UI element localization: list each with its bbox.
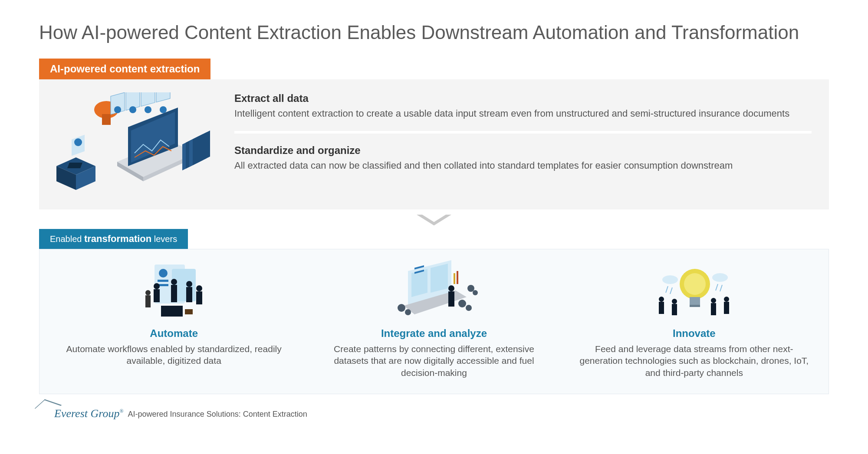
- lever-automate: Automate Automate workflows enabled by s…: [53, 258, 295, 379]
- svg-point-13: [114, 106, 121, 113]
- svg-point-60: [712, 273, 728, 282]
- svg-point-49: [448, 285, 454, 291]
- svg-rect-34: [171, 285, 177, 302]
- svg-rect-38: [196, 291, 202, 304]
- svg-point-51: [398, 304, 405, 312]
- standardize-desc: All extracted data can now be classified…: [234, 159, 812, 172]
- section-extraction: AI-powered content extraction: [39, 59, 829, 209]
- svg-marker-3: [67, 163, 82, 168]
- svg-rect-40: [145, 295, 151, 307]
- extraction-illustration: [52, 92, 217, 196]
- svg-point-39: [145, 290, 151, 295]
- svg-point-15: [145, 106, 151, 113]
- standardize-title: Standardize and organize: [234, 144, 812, 157]
- svg-marker-25: [193, 131, 210, 165]
- svg-rect-70: [659, 302, 664, 314]
- brand-mark: ®: [119, 408, 123, 414]
- svg-point-55: [467, 285, 474, 292]
- extraction-text: Extract all data Intelligent content ext…: [234, 92, 812, 172]
- svg-line-66: [670, 287, 672, 294]
- footer-caption: AI-powered Insurance Solutions: Content …: [128, 410, 307, 420]
- levers-panel: Automate Automate workflows enabled by s…: [39, 249, 829, 394]
- extract-block: Extract all data Intelligent content ext…: [234, 92, 812, 120]
- orange-tag: AI-powered content extraction: [39, 59, 210, 79]
- section-levers: Enabled transformation levers: [39, 229, 829, 394]
- svg-rect-64: [690, 305, 700, 307]
- svg-rect-63: [690, 297, 700, 305]
- svg-point-16: [160, 106, 167, 113]
- svg-marker-44: [411, 269, 427, 297]
- svg-rect-42: [185, 309, 193, 314]
- svg-rect-74: [711, 303, 716, 315]
- divider: [234, 131, 812, 134]
- svg-point-33: [171, 279, 177, 285]
- svg-point-37: [196, 285, 202, 291]
- svg-rect-76: [724, 302, 729, 314]
- integrate-desc: Create patterns by connecting different,…: [312, 343, 555, 379]
- svg-point-31: [154, 283, 160, 289]
- svg-point-53: [458, 300, 466, 307]
- svg-point-5: [74, 138, 82, 146]
- svg-rect-12: [156, 92, 170, 102]
- svg-line-67: [716, 284, 718, 291]
- svg-marker-45: [431, 264, 448, 293]
- svg-line-68: [720, 285, 722, 291]
- svg-rect-58: [457, 271, 458, 284]
- extract-title: Extract all data: [234, 92, 812, 105]
- lever-integrate: Integrate and analyze Create patterns by…: [312, 258, 555, 379]
- brand-logo: Everest Group®: [39, 407, 124, 420]
- svg-rect-36: [186, 287, 192, 302]
- automate-illustration: [53, 258, 295, 323]
- integrate-title: Integrate and analyze: [312, 327, 555, 340]
- page-title: How AI-powered Content Extraction Enable…: [39, 22, 829, 43]
- svg-point-56: [473, 290, 478, 295]
- svg-rect-72: [672, 304, 677, 315]
- blue-tag: Enabled transformation levers: [39, 229, 188, 249]
- innovate-illustration: [573, 258, 815, 323]
- arrow-down: [39, 209, 829, 229]
- extract-desc: Intelligent content extraction to create…: [234, 107, 812, 120]
- lever-innovate: Innovate Feed and leverage data streams …: [573, 258, 815, 379]
- tag-post: levers: [151, 234, 177, 244]
- svg-point-75: [724, 297, 729, 302]
- svg-rect-11: [141, 92, 155, 106]
- innovate-desc: Feed and leverage data streams from othe…: [573, 343, 815, 379]
- svg-point-69: [659, 297, 664, 302]
- innovate-title: Innovate: [573, 327, 815, 340]
- automate-desc: Automate workflows enabled by standardiz…: [53, 343, 295, 367]
- chevron-down-icon: [417, 215, 451, 225]
- svg-rect-57: [454, 273, 455, 284]
- svg-point-54: [466, 305, 472, 311]
- tag-pre: Enabled: [50, 234, 84, 244]
- svg-rect-7: [102, 114, 111, 125]
- svg-point-71: [672, 299, 677, 304]
- svg-point-35: [186, 281, 192, 287]
- tag-bold: transformation: [84, 233, 151, 244]
- svg-point-59: [662, 275, 678, 284]
- svg-line-65: [666, 286, 668, 293]
- svg-point-28: [159, 269, 168, 278]
- brand-name: Everest Group: [54, 407, 119, 420]
- svg-point-14: [129, 106, 136, 113]
- integrate-illustration: [312, 258, 555, 323]
- svg-rect-32: [154, 289, 160, 302]
- svg-rect-29: [158, 280, 168, 282]
- automate-title: Automate: [53, 327, 295, 340]
- svg-rect-50: [448, 291, 454, 307]
- svg-rect-41: [161, 306, 183, 317]
- footer: Everest Group® AI-powered Insurance Solu…: [39, 407, 829, 420]
- standardize-block: Standardize and organize All extracted d…: [234, 144, 812, 172]
- svg-point-73: [711, 298, 716, 303]
- svg-point-62: [684, 273, 706, 295]
- extraction-panel: Extract all data Intelligent content ext…: [39, 79, 829, 209]
- svg-point-52: [405, 309, 411, 315]
